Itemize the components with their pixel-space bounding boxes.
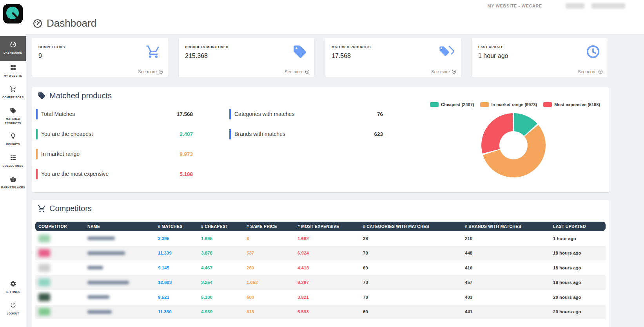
sidebar-item-insights[interactable]: INSIGHTS [0,129,26,151]
table-row[interactable]: 3.3951.69581.692382101 hour ago [35,231,606,246]
competitor-logo-cell [35,278,84,286]
sidebar-item-settings[interactable]: SETTINGS [0,277,26,298]
column-header-most-expensive[interactable]: # MOST EXPENSIVE [294,224,360,229]
arrow-circle-icon [452,69,456,74]
table-row[interactable]: 9.1454.4672604.4186941618 hours ago [35,260,606,275]
basket-icon [10,176,16,182]
categories-cell: 69 [360,309,462,314]
stat-label: Total Matches [41,111,75,117]
last-updated-cell: 20 hours ago [550,295,606,300]
matched-stats-left: Total Matches17.568You are the cheapest2… [36,108,193,188]
competitor-name-cell[interactable] [84,281,155,284]
power-icon [10,302,16,309]
same-price-cell: 260 [243,266,294,270]
column-header-brands-with-matches[interactable]: # BRANDS WITH MATCHES [462,224,550,229]
stat-value: 17.568 [177,111,193,117]
see-more-link[interactable]: See more [578,69,603,74]
matched-products-title-text: Matched products [49,91,112,100]
table-row[interactable]: 12.6033.2541.0528.2977345718 hours ago [35,275,606,290]
see-more-link[interactable]: See more [138,69,163,74]
sidebar-item-matched-products[interactable]: MATCHED PRODUCTS [0,104,26,130]
brands-cell: 210 [462,236,550,241]
competitors-title: Competitors [38,204,92,213]
most-expensive-cell: 1.692 [294,236,360,241]
topbar: MY WEBSITE - WECARE [26,0,644,12]
matches-cell: 9.521 [155,295,198,300]
matched-stat-you-are-the-cheapest: You are the cheapest2.407 [36,128,193,139]
table-row[interactable]: 9.5215.1006003.8217040320 hours ago [35,290,606,305]
competitor-logo-redacted [38,308,50,316]
topbar-redacted-button-2[interactable] [591,3,625,9]
table-row[interactable]: 11.3393.8785376.9247044818 hours ago [35,246,606,261]
donut-chart[interactable] [474,106,553,184]
sidebar-item-marketplaces[interactable]: MARKETPLACES [0,172,26,194]
categories-cell: 73 [360,280,462,285]
tag-icon [38,92,46,100]
tag-icon [10,107,16,114]
stat-card-label: LAST UPDATE [478,45,601,49]
stat-label: Brands with matches [234,131,285,137]
column-header-cheapest[interactable]: # CHEAPEST [198,224,243,229]
topbar-redacted-button-1[interactable] [566,3,584,9]
sidebar: DASHBOARDMY WEBSITECOMPETITORSMATCHED PR… [0,0,26,327]
competitor-name-cell[interactable] [84,251,155,255]
column-header-matches[interactable]: # MATCHES [155,224,198,229]
column-header-categories-with-matches[interactable]: # CATEGORIES WITH MATCHES [360,224,462,229]
competitor-name-cell[interactable] [84,310,155,314]
matched-stat-in-market-range: In market range9.973 [36,148,193,159]
site-selector-label[interactable]: MY WEBSITE - WECARE [487,4,542,8]
stat-card-label: COMPETITORS [38,45,161,49]
sidebar-item-competitors[interactable]: COMPETITORS [0,82,26,104]
competitors-panel: Competitors COMPETITORNAME# MATCHES# CHE… [32,200,609,327]
cheapest-cell: 3.254 [198,280,243,285]
brands-cell: 416 [462,266,550,270]
see-more-link[interactable]: See more [431,69,456,74]
column-header-same-price[interactable]: # SAME PRICE [243,224,294,229]
table-row[interactable]: 11.3504.9398185.5936944120 hours ago [35,305,606,320]
stat-card-value: 215.368 [185,52,308,60]
sidebar-item-label: LOGOUT [1,312,25,316]
see-more-label: See more [285,69,303,74]
stat-value: 76 [377,111,383,117]
sidebar-item-collections[interactable]: COLLECTIONS [0,151,26,172]
sidebar-item-dashboard[interactable]: DASHBOARD [0,36,26,61]
column-header-competitor[interactable]: COMPETITOR [35,224,84,229]
sidebar-item-logout[interactable]: LOGOUT [0,298,26,320]
main-content: COMPETITORS9See morePRODUCTS MONITORED21… [32,34,609,327]
competitor-name-redacted [87,266,103,269]
same-price-cell: 600 [243,295,294,300]
clock-icon [586,44,600,59]
most-expensive-cell: 3.821 [294,295,360,300]
stat-card-value: 1 hour ago [478,52,601,60]
gauge-icon [33,18,43,29]
matched-products-panel: Matched products Cheapest (2407)In marke… [32,87,609,192]
column-header-last-updated[interactable]: LAST UPDATED [550,224,606,229]
table-header-row: COMPETITORNAME# MATCHES# CHEAPEST# SAME … [35,222,606,231]
stat-value: 5.188 [180,171,193,177]
see-more-link[interactable]: See more [285,69,310,74]
competitors-table: COMPETITORNAME# MATCHES# CHEAPEST# SAME … [35,222,606,319]
sidebar-item-label: MY WEBSITE [1,74,25,78]
legend-label: Most expensive (5188) [554,102,600,107]
legend-item-cheapest[interactable]: Cheapest (2407) [430,102,474,107]
competitors-title-text: Competitors [49,204,92,213]
donut-slice-most-expensive[interactable] [481,113,513,154]
brands-cell: 441 [462,309,550,314]
matched-stat-you-are-the-most-expensive: You are the most expensive5.188 [36,168,193,179]
competitor-name-cell[interactable] [84,295,155,299]
stat-value: 2.407 [180,131,193,137]
competitor-logo-cell [35,235,84,242]
stat-card-competitors: COMPETITORS9See more [32,38,168,77]
sidebar-item-my-website[interactable]: MY WEBSITE [0,61,26,82]
categories-cell: 38 [360,236,462,241]
competitor-name-cell[interactable] [84,237,155,240]
brands-cell: 403 [462,295,550,300]
cheapest-cell: 3.878 [198,251,243,255]
app-logo[interactable] [3,4,23,23]
competitor-name-cell[interactable] [84,266,155,269]
competitor-logo-cell [35,293,84,301]
stat-label: In market range [41,151,80,157]
sidebar-footer-menu: SETTINGSLOGOUT [0,277,26,320]
column-header-name[interactable]: NAME [84,224,155,229]
sidebar-item-label: INSIGHTS [1,143,25,147]
